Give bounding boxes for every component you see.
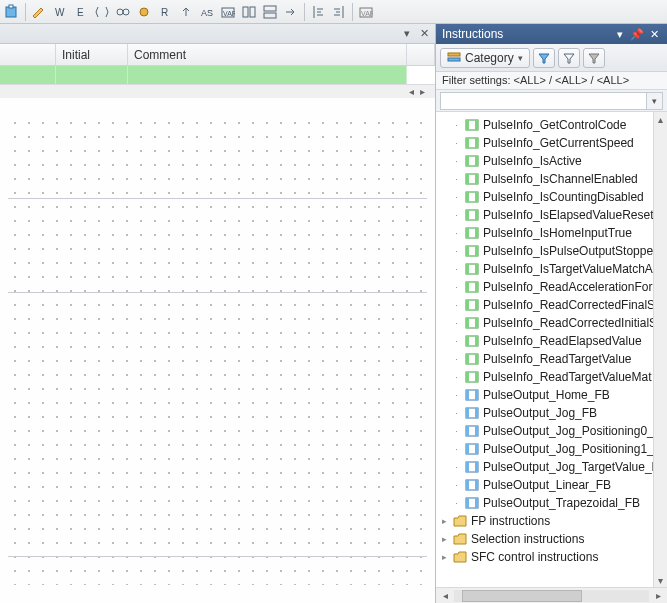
instruction-category[interactable]: ▸Selection instructions: [438, 530, 665, 548]
tree-node-icon: ·: [452, 319, 461, 328]
tool-node-icon[interactable]: [134, 2, 154, 22]
instruction-label: PulseOutput_Jog_Positioning1_F: [483, 442, 661, 456]
search-input[interactable]: [440, 92, 647, 110]
instruction-item[interactable]: ·PulseInfo_IsCountingDisabled: [438, 188, 665, 206]
variable-grid-row[interactable]: [0, 66, 435, 84]
tool-arrow-icon[interactable]: [281, 2, 301, 22]
instruction-tree[interactable]: ·PulseInfo_GetControlCode·PulseInfo_GetC…: [436, 112, 667, 587]
grid-col-0[interactable]: [0, 44, 56, 65]
scroll-down-icon[interactable]: ▾: [654, 573, 667, 587]
svg-rect-48: [475, 282, 478, 292]
panel-title-text: Instructions: [442, 27, 503, 41]
instruction-item[interactable]: ·PulseInfo_IsTargetValueMatchA: [438, 260, 665, 278]
filter2-button[interactable]: [558, 48, 580, 68]
folder-icon: [453, 550, 467, 564]
grid-hscroll[interactable]: ◂ ▸: [0, 84, 435, 98]
tool-split-icon[interactable]: [260, 2, 280, 22]
scroll-left-icon[interactable]: ◂: [409, 86, 420, 97]
instruction-item[interactable]: ·PulseInfo_ReadTargetValueMat: [438, 368, 665, 386]
tool-bracket-icon[interactable]: [92, 2, 112, 22]
instruction-item[interactable]: ·PulseInfo_GetControlCode: [438, 116, 665, 134]
search-dropdown-icon[interactable]: ▾: [647, 92, 663, 110]
instruction-item[interactable]: ·PulseOutput_Jog_TargetValue_F: [438, 458, 665, 476]
instruction-item[interactable]: ·PulseInfo_ReadAccelerationFor: [438, 278, 665, 296]
grid-col-initial[interactable]: Initial: [56, 44, 128, 65]
tree-node-icon: ·: [452, 175, 461, 184]
scroll-up-icon[interactable]: ▴: [654, 112, 667, 126]
tool-pencil-icon[interactable]: [29, 2, 49, 22]
instruction-item[interactable]: ·PulseOutput_Jog_Positioning1_F: [438, 440, 665, 458]
instruction-item[interactable]: ·PulseInfo_GetCurrentSpeed: [438, 134, 665, 152]
dropdown-icon[interactable]: ▾: [400, 27, 414, 41]
grid-col-last[interactable]: [407, 44, 435, 65]
expand-icon[interactable]: ▸: [440, 517, 449, 526]
panel-close-icon[interactable]: ✕: [647, 27, 661, 41]
expand-icon[interactable]: ▸: [440, 535, 449, 544]
svg-rect-13: [264, 6, 276, 11]
instruction-item[interactable]: ·PulseInfo_ReadCorrectedFinalS: [438, 296, 665, 314]
scroll-left-icon[interactable]: ◂: [438, 590, 452, 602]
tool-var-icon[interactable]: VAR: [218, 2, 238, 22]
category-button[interactable]: Category ▾: [440, 48, 530, 68]
tool-r-icon[interactable]: R: [155, 2, 175, 22]
tool-e-icon[interactable]: E: [71, 2, 91, 22]
tool-align-left-icon[interactable]: [308, 2, 328, 22]
svg-rect-74: [466, 444, 469, 454]
instruction-item[interactable]: ·PulseInfo_IsChannelEnabled: [438, 170, 665, 188]
tool-layout-icon[interactable]: [239, 2, 259, 22]
category-label: FP instructions: [471, 514, 550, 528]
panel-pin-icon[interactable]: 📌: [630, 27, 644, 41]
grid-col-comment[interactable]: Comment: [128, 44, 407, 65]
instruction-item[interactable]: ·PulseInfo_IsPulseOutputStoppe: [438, 242, 665, 260]
svg-rect-27: [475, 156, 478, 166]
svg-rect-65: [466, 390, 469, 400]
scroll-right-icon[interactable]: ▸: [651, 590, 665, 602]
tool-as-icon[interactable]: AS: [197, 2, 217, 22]
scroll-thumb[interactable]: [462, 590, 582, 602]
instruction-item[interactable]: ·PulseInfo_ReadElapsedValue: [438, 332, 665, 350]
tree-hscroll[interactable]: ◂ ▸: [436, 587, 667, 603]
svg-rect-71: [466, 426, 469, 436]
tool-w-icon[interactable]: W: [50, 2, 70, 22]
instruction-item[interactable]: ·PulseInfo_ReadCorrectedInitialS: [438, 314, 665, 332]
instruction-item[interactable]: ·PulseOutput_Jog_FB: [438, 404, 665, 422]
category-label: Category: [465, 51, 514, 65]
instruction-item[interactable]: ·PulseOutput_Trapezoidal_FB: [438, 494, 665, 512]
scroll-right-icon[interactable]: ▸: [420, 86, 431, 97]
tool-arrow-up-icon[interactable]: [176, 2, 196, 22]
instruction-category[interactable]: ▸SFC control instructions: [438, 548, 665, 566]
folder-icon: [453, 514, 467, 528]
expand-icon[interactable]: ▸: [440, 553, 449, 562]
instruction-item[interactable]: ·PulseOutput_Jog_Positioning0_: [438, 422, 665, 440]
instructions-panel: Instructions ▾ 📌 ✕ Category ▾ Filter set…: [436, 24, 667, 603]
tool-align-right-icon[interactable]: [329, 2, 349, 22]
instruction-item[interactable]: ·PulseInfo_ReadTargetValue: [438, 350, 665, 368]
tree-vscroll[interactable]: ▴ ▾: [653, 112, 667, 587]
svg-rect-26: [466, 156, 469, 166]
instruction-item[interactable]: ·PulseInfo_IsActive: [438, 152, 665, 170]
filter-settings-label: Filter settings: <ALL> / <ALL> / <ALL>: [436, 72, 667, 90]
instruction-item[interactable]: ·PulseOutput_Linear_FB: [438, 476, 665, 494]
tool-chain-icon[interactable]: [113, 2, 133, 22]
instructions-toolbar: Category ▾: [436, 44, 667, 72]
tree-node-icon: ·: [452, 283, 461, 292]
tree-node-icon: ·: [452, 373, 461, 382]
fn-icon: [465, 208, 479, 222]
fn-icon: [465, 244, 479, 258]
close-icon[interactable]: ✕: [417, 27, 431, 41]
filter3-button[interactable]: [583, 48, 605, 68]
main-toolbar: W E R AS VAR VAR: [0, 0, 667, 24]
tool-icon-1[interactable]: [2, 2, 22, 22]
svg-rect-32: [466, 192, 469, 202]
instruction-label: PulseOutput_Jog_Positioning0_: [483, 424, 654, 438]
svg-rect-60: [475, 354, 478, 364]
svg-rect-47: [466, 282, 469, 292]
instruction-item[interactable]: ·PulseInfo_IsElapsedValueReset: [438, 206, 665, 224]
instruction-item[interactable]: ·PulseInfo_IsHomeInputTrue: [438, 224, 665, 242]
instruction-item[interactable]: ·PulseOutput_Home_FB: [438, 386, 665, 404]
ladder-editor[interactable]: [0, 98, 435, 603]
tool-var2-icon[interactable]: VAR: [356, 2, 376, 22]
filter1-button[interactable]: [533, 48, 555, 68]
panel-menu-icon[interactable]: ▾: [613, 27, 627, 41]
instruction-category[interactable]: ▸FP instructions: [438, 512, 665, 530]
